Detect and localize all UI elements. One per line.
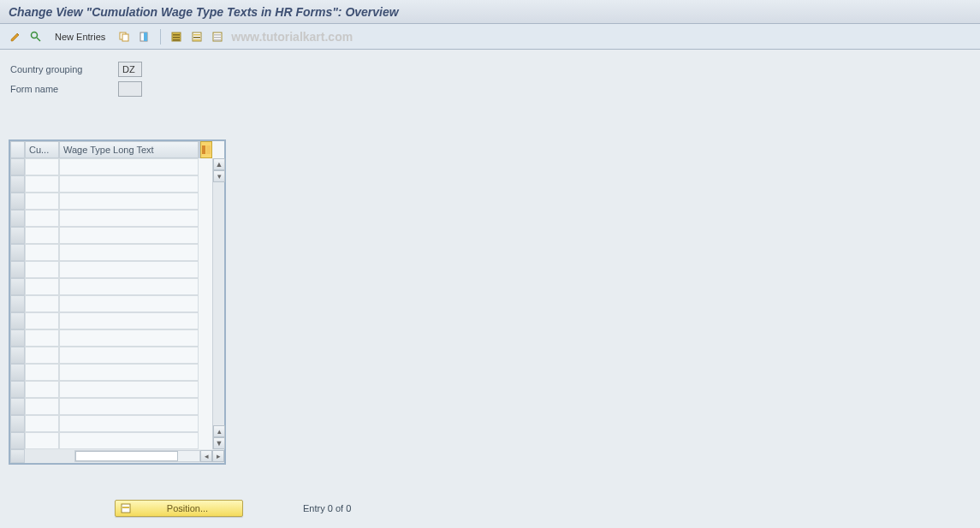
cell-cu[interactable] <box>25 432 59 449</box>
cell-cu[interactable] <box>25 193 59 210</box>
cell-cu[interactable] <box>25 415 59 432</box>
select-all-icon[interactable] <box>168 28 185 45</box>
cell-wagetype[interactable] <box>59 175 199 193</box>
row-selector[interactable] <box>10 432 25 449</box>
configure-columns-icon[interactable] <box>200 141 212 158</box>
app-toolbar: New Entries www.tutorialkart.com <box>0 24 980 50</box>
cell-cu[interactable] <box>25 175 59 193</box>
delete-icon[interactable] <box>136 28 153 45</box>
row-selector[interactable] <box>10 347 25 364</box>
row-selector[interactable] <box>10 227 25 244</box>
scroll-down-button[interactable]: ▼ <box>213 437 225 449</box>
table-row[interactable] <box>10 261 212 278</box>
cell-cu[interactable] <box>25 364 59 381</box>
table-row[interactable] <box>10 432 212 449</box>
table-row[interactable] <box>10 312 212 329</box>
cell-wagetype[interactable] <box>59 415 199 432</box>
cell-cu[interactable] <box>25 158 59 175</box>
cell-cu[interactable] <box>25 278 59 295</box>
table-row[interactable] <box>10 347 212 364</box>
toggle-display-change-icon[interactable] <box>7 28 24 45</box>
cell-wagetype[interactable] <box>59 381 199 398</box>
svg-rect-19 <box>206 145 211 154</box>
scroll-right-button[interactable]: ▸ <box>212 450 224 462</box>
row-selector[interactable] <box>10 193 25 210</box>
data-grid: Cu... Wage Type Long Text ▲ ▾ ▴ ▼ <box>9 139 226 465</box>
table-row[interactable] <box>10 364 212 381</box>
position-icon <box>121 502 133 514</box>
cell-wagetype[interactable] <box>59 398 199 415</box>
form-name-input[interactable] <box>118 81 142 97</box>
cell-wagetype[interactable] <box>59 329 199 347</box>
form-name-label: Form name <box>7 84 118 94</box>
cell-wagetype[interactable] <box>59 210 199 227</box>
new-entries-button[interactable]: New Entries <box>48 30 112 44</box>
table-row[interactable] <box>10 329 212 347</box>
vertical-scrollbar[interactable]: ▲ ▾ ▴ ▼ <box>212 158 224 449</box>
hscroll-thumb[interactable] <box>75 451 178 461</box>
table-row[interactable] <box>10 381 212 398</box>
cell-wagetype[interactable] <box>59 312 199 329</box>
scroll-line-down-button[interactable]: ▴ <box>213 425 225 437</box>
grid-select-all-header[interactable] <box>10 141 25 158</box>
position-button[interactable]: Position... <box>115 500 243 517</box>
country-grouping-input[interactable] <box>118 62 142 77</box>
cell-wagetype[interactable] <box>59 227 199 244</box>
other-entry-icon[interactable] <box>27 28 45 45</box>
row-selector[interactable] <box>10 398 25 415</box>
row-selector[interactable] <box>10 312 25 329</box>
row-selector[interactable] <box>10 261 25 278</box>
grid-col-header-cu[interactable]: Cu... <box>25 141 59 158</box>
cell-cu[interactable] <box>25 329 59 347</box>
horizontal-scrollbar[interactable]: ◂ ▸ <box>10 449 224 463</box>
row-selector[interactable] <box>10 278 25 295</box>
svg-rect-12 <box>193 37 200 39</box>
cell-wagetype[interactable] <box>59 364 199 381</box>
scroll-left-button[interactable]: ◂ <box>200 450 212 462</box>
row-selector[interactable] <box>10 210 25 227</box>
scroll-line-up-button[interactable]: ▾ <box>213 170 225 182</box>
row-selector[interactable] <box>10 381 25 398</box>
table-row[interactable] <box>10 415 212 432</box>
table-row[interactable] <box>10 158 212 175</box>
cell-wagetype[interactable] <box>59 158 199 175</box>
cell-cu[interactable] <box>25 398 59 415</box>
cell-cu[interactable] <box>25 227 59 244</box>
grid-rows <box>10 158 212 449</box>
cell-wagetype[interactable] <box>59 261 199 278</box>
cell-wagetype[interactable] <box>59 347 199 364</box>
cell-cu[interactable] <box>25 347 59 364</box>
row-selector[interactable] <box>10 329 25 347</box>
cell-cu[interactable] <box>25 261 59 278</box>
cell-wagetype[interactable] <box>59 193 199 210</box>
table-row[interactable] <box>10 227 212 244</box>
row-selector[interactable] <box>10 244 25 261</box>
cell-cu[interactable] <box>25 244 59 261</box>
table-row[interactable] <box>10 175 212 193</box>
deselect-all-icon[interactable] <box>209 28 226 45</box>
cell-cu[interactable] <box>25 295 59 312</box>
table-row[interactable] <box>10 244 212 261</box>
copy-as-icon[interactable] <box>116 28 133 45</box>
scroll-up-button[interactable]: ▲ <box>213 158 225 170</box>
table-row[interactable] <box>10 193 212 210</box>
table-row[interactable] <box>10 210 212 227</box>
row-selector[interactable] <box>10 364 25 381</box>
cell-wagetype[interactable] <box>59 278 199 295</box>
row-selector[interactable] <box>10 175 25 193</box>
table-row[interactable] <box>10 398 212 415</box>
row-selector[interactable] <box>10 158 25 175</box>
select-block-icon[interactable] <box>188 28 205 45</box>
cell-wagetype[interactable] <box>59 295 199 312</box>
table-row[interactable] <box>10 295 212 312</box>
cell-cu[interactable] <box>25 210 59 227</box>
cell-wagetype[interactable] <box>59 432 199 449</box>
cell-wagetype[interactable] <box>59 244 199 261</box>
grid-col-header-wagetype[interactable]: Wage Type Long Text <box>59 141 199 158</box>
cell-cu[interactable] <box>25 312 59 329</box>
row-selector[interactable] <box>10 415 25 432</box>
row-selector[interactable] <box>10 295 25 312</box>
svg-rect-5 <box>144 33 147 41</box>
cell-cu[interactable] <box>25 381 59 398</box>
table-row[interactable] <box>10 278 212 295</box>
